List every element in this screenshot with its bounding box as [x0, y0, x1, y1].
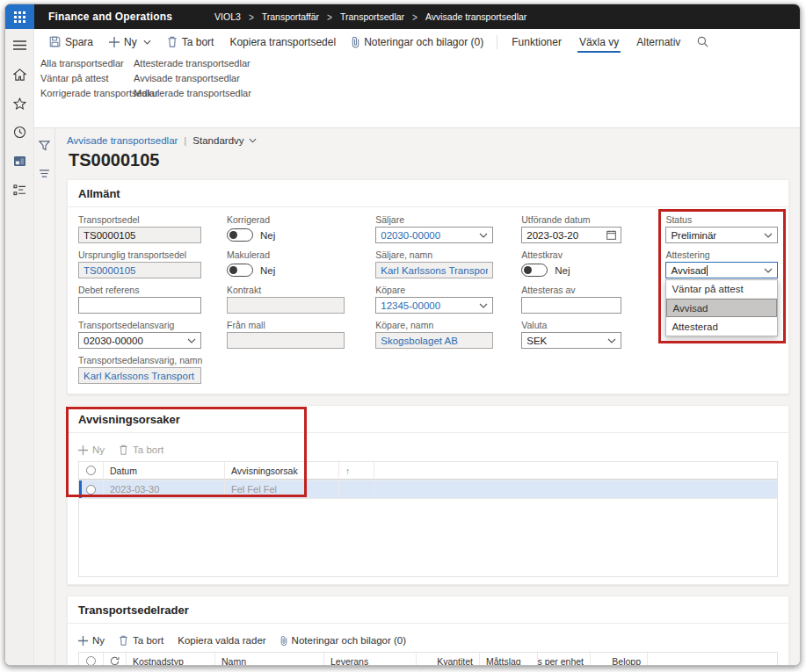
debet-referens-input[interactable] — [78, 297, 201, 314]
avvisningsorsaker-toolbar: Ny Ta bort — [78, 440, 778, 459]
grid-new-button[interactable]: Ny — [78, 635, 105, 646]
list-page-link[interactable]: Avvisade transportsedlar — [67, 135, 178, 146]
filter-funnel-icon[interactable] — [36, 137, 54, 154]
pane-toggle-icon[interactable] — [36, 165, 54, 182]
app-title[interactable]: Finance and Operations — [34, 4, 188, 29]
makulerad-toggle[interactable]: Nej — [227, 262, 345, 278]
breadcrumb-item[interactable]: Transportaffär — [262, 11, 319, 22]
field-transportsedelansvarig-namn: Transportsedelansvarig, namn Karl Karlss… — [78, 355, 201, 384]
table-row[interactable]: 2023-03-30 Fel Fel Fel — [79, 481, 777, 499]
field-kopare-namn: Köpare, namn Skogsbolaget AB — [375, 320, 493, 349]
field-utforande-datum: Utförande datum 2023-03-20 — [521, 214, 621, 243]
column-header-kostnadstyp[interactable]: Kostnadstyp — [127, 653, 215, 665]
valuta-combo[interactable]: SEK — [521, 332, 621, 349]
menu-item-vantar-pa-attest[interactable]: Väntar på attest — [40, 73, 125, 83]
delete-button[interactable]: Ta bort — [159, 29, 222, 54]
menu-item-attesterade[interactable]: Attesterade transportsedlar — [134, 58, 251, 69]
recent-clock-icon[interactable] — [11, 124, 28, 141]
chevron-down-icon — [764, 233, 773, 238]
copy-transport-note-button[interactable]: Kopiera transportsedel — [221, 29, 344, 54]
section-title[interactable]: Avvisningsorsaker — [78, 413, 778, 426]
breadcrumb-item[interactable]: VIOL3 — [214, 11, 241, 22]
section-allmant: Allmänt Transportsedel TS0000105 Ur — [67, 179, 789, 394]
field-attestering: Attestering Avvisad Väntar på attest — [665, 249, 778, 278]
transportsedelansvarig-namn-input: Karl Karlssons Transport AB — [78, 367, 201, 384]
new-button[interactable]: Ny — [101, 29, 159, 54]
modules-list-icon[interactable] — [11, 182, 28, 199]
ursprunglig-transportsedel-input[interactable]: TS0000105 — [78, 262, 201, 278]
search-button[interactable] — [689, 29, 716, 54]
chevron-down-icon — [607, 338, 616, 343]
toggle-off-icon — [227, 228, 253, 242]
attestkrav-toggle[interactable]: Nej — [521, 262, 621, 278]
workspaces-icon[interactable] — [11, 153, 28, 170]
status-combo[interactable]: Preliminär — [665, 227, 778, 243]
text-cursor — [707, 265, 708, 276]
refresh-icon[interactable] — [104, 653, 127, 665]
menu-item-alla-transportsedlar[interactable]: Alla transportsedlar — [40, 58, 125, 69]
column-header-kvantitet[interactable]: Kvantitet — [417, 653, 480, 665]
transportsedelansvarig-combo[interactable]: 02030-00000 — [78, 332, 201, 349]
menu-item-makulerade[interactable]: Makulerade transportsedlar — [134, 88, 251, 98]
grid-new-button[interactable]: Ny — [78, 444, 105, 455]
dropdown-option-vantar-pa-attest[interactable]: Väntar på attest — [666, 280, 777, 299]
copy-selected-rows-button[interactable]: Kopiera valda rader — [178, 635, 265, 646]
tab-vaxla-vy[interactable]: Växla vy — [570, 29, 628, 54]
notes-attachments-button[interactable]: Noteringar och bilagor (0) — [344, 29, 491, 54]
row-radio[interactable] — [86, 485, 96, 495]
row-selection-bar — [79, 481, 82, 498]
tab-alternativ[interactable]: Alternativ — [628, 29, 689, 54]
dropdown-option-avvisad[interactable]: Avvisad — [666, 299, 777, 317]
column-header-mattslag[interactable]: Måttslag — [480, 653, 538, 665]
field-attestkrav: Attestkrav Nej — [521, 249, 621, 278]
favorites-star-icon[interactable] — [11, 95, 28, 112]
view-selector[interactable]: Standardvy — [192, 135, 256, 146]
attestering-combo[interactable]: Avvisad — [665, 262, 778, 278]
column-header-pris-per-enhet[interactable]: Pris per enhet — [538, 653, 591, 665]
tab-funktioner[interactable]: Funktioner — [503, 29, 570, 54]
kopare-combo[interactable]: 12345-00000 — [375, 297, 493, 314]
field-ursprunglig-transportsedel: Ursprunglig transportsedel TS0000105 — [78, 249, 201, 278]
breadcrumb-item[interactable]: Avvisade transportsedlar — [425, 11, 526, 22]
home-icon[interactable] — [11, 66, 28, 83]
grid-header-row: Kostnadstyp Namn Leverans Kvantitet Mått… — [79, 653, 777, 665]
save-button[interactable]: Spara — [41, 29, 101, 54]
column-header-namn[interactable]: Namn — [215, 653, 324, 665]
chevron-down-icon — [764, 268, 773, 273]
grid-header-row: Datum Avvisningsorsak ↑ — [79, 462, 777, 481]
column-header-leverans[interactable]: Leverans — [324, 653, 417, 665]
korrigerad-toggle[interactable]: Nej — [227, 227, 345, 243]
kopare-namn-input: Skogsbolaget AB — [375, 332, 493, 349]
field-valuta: Valuta SEK — [521, 320, 621, 349]
section-title[interactable]: Allmänt — [78, 187, 778, 200]
section-title[interactable]: Transportsedelrader — [78, 603, 778, 617]
grid-delete-button[interactable]: Ta bort — [119, 635, 163, 646]
page-title: TS0000105 — [69, 150, 789, 170]
grid-delete-button[interactable]: Ta bort — [119, 444, 163, 455]
menu-item-avvisade[interactable]: Avvisade transportsedlar — [134, 73, 251, 83]
menu-item-korrigerade[interactable]: Korrigerade transportsedlar — [40, 88, 125, 98]
section-divider — [68, 623, 788, 624]
grid-empty-area — [79, 499, 777, 576]
field-transportsedel: Transportsedel TS0000105 — [78, 214, 201, 243]
sort-ascending-icon[interactable]: ↑ — [339, 462, 374, 480]
toggle-off-icon — [227, 264, 253, 277]
select-all-radio[interactable] — [86, 656, 96, 665]
utforande-datum-input[interactable]: 2023-03-20 — [521, 227, 621, 243]
field-saljare-namn: Säljare, namn Karl Karlssons Transport A… — [375, 249, 493, 278]
dropdown-option-attesterad[interactable]: Attesterad — [666, 317, 777, 336]
waffle-icon — [14, 11, 25, 23]
trash-icon — [119, 444, 128, 455]
trash-icon — [167, 36, 178, 47]
column-header-belopp[interactable]: Belopp — [591, 653, 648, 665]
attesteras-av-input[interactable] — [521, 297, 621, 314]
saljare-combo[interactable]: 02030-00000 — [375, 227, 493, 243]
select-all-radio[interactable] — [86, 466, 96, 475]
breadcrumb-item[interactable]: Transportsedlar — [340, 11, 404, 22]
app-launcher-button[interactable] — [5, 4, 34, 29]
column-header-datum[interactable]: Datum — [104, 462, 225, 480]
hamburger-menu-icon[interactable] — [11, 37, 28, 54]
notes-attachments-button[interactable]: Noteringar och bilagor (0) — [280, 635, 406, 647]
column-header-avvisningsorsak[interactable]: Avvisningsorsak — [225, 462, 339, 480]
transportsedelrader-toolbar: Ny Ta bort Kopiera valda rader — [78, 631, 778, 650]
